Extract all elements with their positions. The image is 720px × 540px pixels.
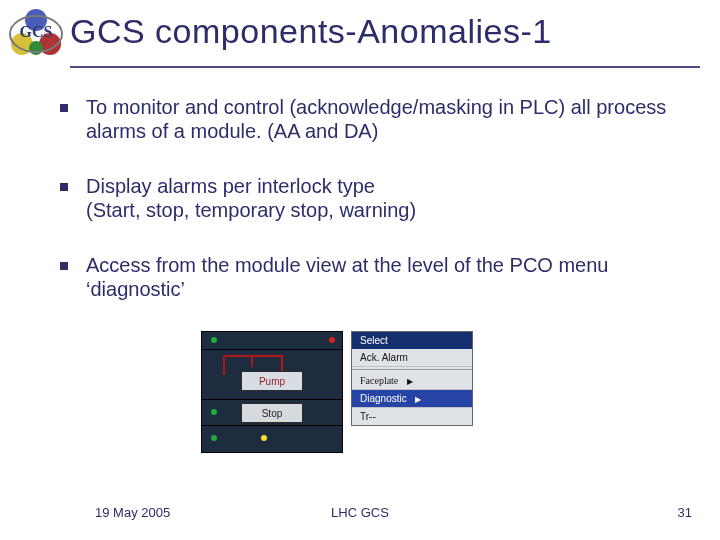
menu-item-label: Faceplate <box>360 375 398 386</box>
footer-page-number: 31 <box>678 505 692 520</box>
bullet-icon <box>60 104 68 112</box>
bullet-item: To monitor and control (acknowledge/mask… <box>60 95 680 144</box>
title-rule <box>70 66 700 68</box>
inset-panel <box>201 425 343 453</box>
slide-title: GCS components-Anomalies-1 <box>70 12 552 51</box>
status-dot <box>261 435 267 441</box>
bullet-item: Access from the module view at the level… <box>60 253 680 302</box>
menu-item-faceplate[interactable]: Faceplate ▶ <box>352 372 472 390</box>
chevron-right-icon: ▶ <box>407 377 413 386</box>
menu-item-label: Diagnostic <box>360 393 407 404</box>
slide-root: GCS GCS components-Anomalies-1 To monito… <box>0 0 720 540</box>
bullet-icon <box>60 262 68 270</box>
pipe-line <box>223 355 283 357</box>
screenshot-inset: Pump Stop Select Ack. Alarm Faceplate ▶ … <box>200 330 522 452</box>
status-dot <box>211 337 217 343</box>
stop-label: Stop <box>262 408 283 419</box>
menu-item-trend[interactable]: Tr-- <box>352 408 472 425</box>
menu-item-ack-alarm[interactable]: Ack. Alarm <box>352 349 472 367</box>
pipe-line <box>223 355 225 375</box>
logo-text: GCS <box>20 23 53 40</box>
context-menu[interactable]: Select Ack. Alarm Faceplate ▶ Diagnostic… <box>351 331 473 426</box>
pipe-line <box>251 355 253 367</box>
status-dot <box>211 435 217 441</box>
bullet-item: Display alarms per interlock type (Start… <box>60 174 680 223</box>
bullet-text: Access from the module view at the level… <box>86 253 680 302</box>
inset-panel <box>201 331 343 351</box>
status-dot <box>211 409 217 415</box>
menu-header: Select <box>352 332 472 349</box>
chevron-right-icon: ▶ <box>415 395 421 404</box>
menu-divider <box>352 369 472 370</box>
pump-label: Pump <box>259 376 285 387</box>
bullet-icon <box>60 183 68 191</box>
menu-item-label: Tr-- <box>360 411 376 422</box>
bullet-list: To monitor and control (acknowledge/mask… <box>60 95 680 331</box>
menu-item-diagnostic[interactable]: Diagnostic ▶ <box>352 390 472 408</box>
pump-block: Pump <box>241 371 303 391</box>
bullet-text: To monitor and control (acknowledge/mask… <box>86 95 680 144</box>
footer-center: LHC GCS <box>0 505 720 520</box>
bullet-text: Display alarms per interlock type (Start… <box>86 174 680 223</box>
status-dot <box>329 337 335 343</box>
gcs-logo: GCS <box>8 6 64 62</box>
stop-button[interactable]: Stop <box>241 403 303 423</box>
